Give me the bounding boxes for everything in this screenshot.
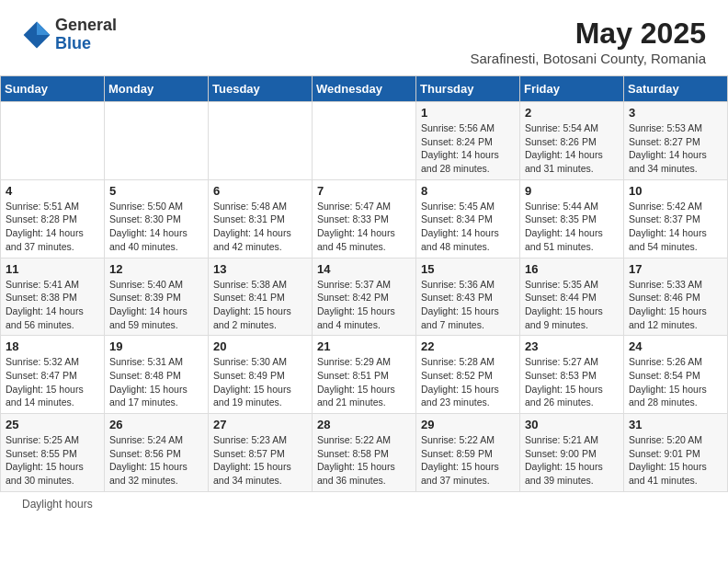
calendar-week-row: 11Sunrise: 5:41 AM Sunset: 8:38 PM Dayli…: [1, 258, 728, 336]
calendar-cell: 29Sunrise: 5:22 AM Sunset: 8:59 PM Dayli…: [416, 414, 520, 492]
day-info: Sunrise: 5:33 AM Sunset: 8:46 PM Dayligh…: [629, 278, 722, 332]
day-info: Sunrise: 5:47 AM Sunset: 8:33 PM Dayligh…: [317, 200, 411, 254]
day-number: 18: [6, 339, 99, 353]
calendar-cell: 1Sunrise: 5:56 AM Sunset: 8:24 PM Daylig…: [416, 102, 520, 180]
calendar-cell: 24Sunrise: 5:26 AM Sunset: 8:54 PM Dayli…: [624, 336, 728, 414]
day-number: 26: [109, 418, 203, 431]
calendar-cell: [1, 102, 105, 180]
day-of-week-header: Monday: [105, 76, 209, 102]
calendar-cell: 20Sunrise: 5:30 AM Sunset: 8:49 PM Dayli…: [209, 336, 313, 414]
day-info: Sunrise: 5:45 AM Sunset: 8:34 PM Dayligh…: [421, 200, 515, 254]
day-info: Sunrise: 5:44 AM Sunset: 8:35 PM Dayligh…: [525, 200, 619, 254]
day-info: Sunrise: 5:36 AM Sunset: 8:43 PM Dayligh…: [421, 278, 515, 332]
day-info: Sunrise: 5:32 AM Sunset: 8:47 PM Dayligh…: [6, 355, 99, 409]
day-number: 9: [525, 184, 619, 198]
calendar-cell: 15Sunrise: 5:36 AM Sunset: 8:43 PM Dayli…: [416, 258, 520, 336]
day-info: Sunrise: 5:54 AM Sunset: 8:26 PM Dayligh…: [525, 121, 619, 176]
calendar-cell: 3Sunrise: 5:53 AM Sunset: 8:27 PM Daylig…: [624, 102, 728, 180]
day-number: 1: [421, 106, 515, 120]
day-info: Sunrise: 5:31 AM Sunset: 8:48 PM Dayligh…: [109, 355, 203, 409]
day-number: 12: [109, 262, 203, 276]
day-of-week-header: Saturday: [624, 76, 728, 102]
day-number: 20: [213, 339, 307, 353]
day-info: Sunrise: 5:50 AM Sunset: 8:30 PM Dayligh…: [109, 200, 203, 254]
calendar-cell: 12Sunrise: 5:40 AM Sunset: 8:39 PM Dayli…: [105, 258, 209, 336]
day-info: Sunrise: 5:21 AM Sunset: 9:00 PM Dayligh…: [525, 433, 619, 488]
calendar-week-row: 1Sunrise: 5:56 AM Sunset: 8:24 PM Daylig…: [1, 102, 728, 180]
calendar-cell: 23Sunrise: 5:27 AM Sunset: 8:53 PM Dayli…: [520, 336, 624, 414]
logo: General Blue: [22, 17, 117, 53]
day-number: 5: [109, 184, 203, 198]
day-number: 24: [629, 339, 722, 353]
day-number: 15: [421, 262, 515, 276]
day-number: 13: [213, 262, 307, 276]
day-info: Sunrise: 5:24 AM Sunset: 8:56 PM Dayligh…: [109, 433, 203, 488]
title-section: May 2025 Sarafinesti, Botosani County, R…: [470, 17, 706, 66]
day-number: 30: [525, 418, 619, 431]
day-number: 8: [421, 184, 515, 198]
day-number: 23: [525, 339, 619, 353]
day-number: 17: [629, 262, 722, 276]
day-info: Sunrise: 5:48 AM Sunset: 8:31 PM Dayligh…: [213, 200, 307, 254]
day-number: 10: [629, 184, 722, 198]
calendar-cell: 8Sunrise: 5:45 AM Sunset: 8:34 PM Daylig…: [416, 179, 520, 258]
day-number: 22: [421, 339, 515, 353]
day-of-week-header: Wednesday: [313, 76, 416, 102]
calendar-cell: 6Sunrise: 5:48 AM Sunset: 8:31 PM Daylig…: [209, 179, 313, 258]
calendar-cell: 13Sunrise: 5:38 AM Sunset: 8:41 PM Dayli…: [209, 258, 313, 336]
day-info: Sunrise: 5:23 AM Sunset: 8:57 PM Dayligh…: [213, 433, 307, 488]
svg-marker-1: [37, 21, 50, 34]
page-header: General Blue May 2025 Sarafinesti, Botos…: [0, 0, 728, 75]
calendar-cell: 19Sunrise: 5:31 AM Sunset: 8:48 PM Dayli…: [105, 336, 209, 414]
calendar-cell: 9Sunrise: 5:44 AM Sunset: 8:35 PM Daylig…: [520, 179, 624, 258]
day-number: 28: [317, 418, 411, 431]
logo-blue: Blue: [55, 35, 117, 53]
calendar-cell: 26Sunrise: 5:24 AM Sunset: 8:56 PM Dayli…: [105, 414, 209, 492]
calendar-cell: 31Sunrise: 5:20 AM Sunset: 9:01 PM Dayli…: [624, 414, 728, 492]
calendar-cell: 28Sunrise: 5:22 AM Sunset: 8:58 PM Dayli…: [313, 414, 416, 492]
day-number: 14: [317, 262, 411, 276]
calendar-cell: 30Sunrise: 5:21 AM Sunset: 9:00 PM Dayli…: [520, 414, 624, 492]
calendar-week-row: 25Sunrise: 5:25 AM Sunset: 8:55 PM Dayli…: [1, 414, 728, 492]
day-info: Sunrise: 5:30 AM Sunset: 8:49 PM Dayligh…: [213, 355, 307, 409]
calendar-cell: 5Sunrise: 5:50 AM Sunset: 8:30 PM Daylig…: [105, 179, 209, 258]
day-info: Sunrise: 5:20 AM Sunset: 9:01 PM Dayligh…: [629, 433, 722, 488]
day-number: 29: [421, 418, 515, 431]
day-info: Sunrise: 5:29 AM Sunset: 8:51 PM Dayligh…: [317, 355, 411, 409]
calendar-cell: 22Sunrise: 5:28 AM Sunset: 8:52 PM Dayli…: [416, 336, 520, 414]
day-number: 7: [317, 184, 411, 198]
calendar-cell: [105, 102, 209, 180]
day-number: 31: [629, 418, 722, 431]
day-number: 2: [525, 106, 619, 120]
calendar-cell: 17Sunrise: 5:33 AM Sunset: 8:46 PM Dayli…: [624, 258, 728, 336]
day-number: 4: [6, 184, 99, 198]
calendar-cell: 27Sunrise: 5:23 AM Sunset: 8:57 PM Dayli…: [209, 414, 313, 492]
day-info: Sunrise: 5:38 AM Sunset: 8:41 PM Dayligh…: [213, 278, 307, 332]
day-number: 19: [109, 339, 203, 353]
daylight-hours-label: Daylight hours: [22, 498, 93, 511]
day-info: Sunrise: 5:41 AM Sunset: 8:38 PM Dayligh…: [6, 278, 99, 332]
calendar-cell: 25Sunrise: 5:25 AM Sunset: 8:55 PM Dayli…: [1, 414, 105, 492]
day-number: 16: [525, 262, 619, 276]
day-of-week-header: Tuesday: [209, 76, 313, 102]
day-info: Sunrise: 5:40 AM Sunset: 8:39 PM Dayligh…: [109, 278, 203, 332]
day-info: Sunrise: 5:51 AM Sunset: 8:28 PM Dayligh…: [6, 200, 99, 254]
day-info: Sunrise: 5:26 AM Sunset: 8:54 PM Dayligh…: [629, 355, 722, 409]
day-info: Sunrise: 5:42 AM Sunset: 8:37 PM Dayligh…: [629, 200, 722, 254]
calendar-cell: 11Sunrise: 5:41 AM Sunset: 8:38 PM Dayli…: [1, 258, 105, 336]
day-number: 3: [629, 106, 722, 120]
day-number: 6: [213, 184, 307, 198]
calendar-cell: 16Sunrise: 5:35 AM Sunset: 8:44 PM Dayli…: [520, 258, 624, 336]
logo-icon: [22, 20, 51, 50]
calendar-week-row: 4Sunrise: 5:51 AM Sunset: 8:28 PM Daylig…: [1, 179, 728, 258]
day-number: 21: [317, 339, 411, 353]
calendar-cell: 2Sunrise: 5:54 AM Sunset: 8:26 PM Daylig…: [520, 102, 624, 180]
day-number: 27: [213, 418, 307, 431]
day-info: Sunrise: 5:22 AM Sunset: 8:59 PM Dayligh…: [421, 433, 515, 488]
footer: Daylight hours: [0, 492, 728, 516]
calendar-table: SundayMondayTuesdayWednesdayThursdayFrid…: [0, 75, 728, 492]
day-of-week-header: Thursday: [416, 76, 520, 102]
calendar-cell: 4Sunrise: 5:51 AM Sunset: 8:28 PM Daylig…: [1, 179, 105, 258]
calendar-week-row: 18Sunrise: 5:32 AM Sunset: 8:47 PM Dayli…: [1, 336, 728, 414]
day-of-week-header: Friday: [520, 76, 624, 102]
